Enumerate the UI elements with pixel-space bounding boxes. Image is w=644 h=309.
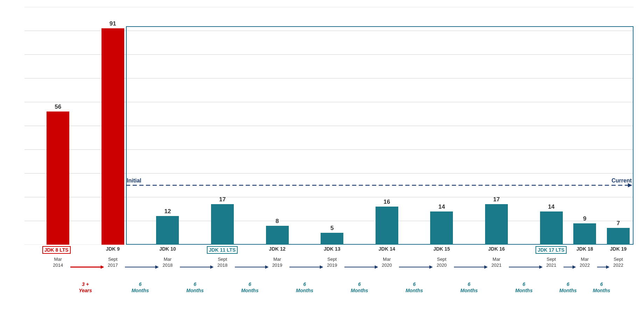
svg-marker-33 <box>320 265 323 269</box>
interval-label-10: 6Months <box>591 281 612 294</box>
bar-group-jdk17: 14 <box>540 203 563 245</box>
bar-rect-jdk19 <box>607 228 630 245</box>
bar-group-jdk13: 5 <box>321 225 343 245</box>
bar-value-jdk17: 14 <box>548 203 555 210</box>
bar-group-jdk16: 17 <box>485 196 508 245</box>
svg-marker-27 <box>155 265 159 269</box>
jdk-label-jdk13: JDK 13 <box>313 246 351 252</box>
jdk-label-jdk11: JDK 11 LTS <box>207 246 238 254</box>
bar-group-jdk9: 91 <box>102 20 124 245</box>
interval-label-0: 3 +Years <box>75 281 96 294</box>
interval-label-4: 6Months <box>294 281 315 294</box>
bar-rect-jdk10 <box>156 216 179 245</box>
svg-marker-37 <box>429 265 433 269</box>
bar-value-jdk9: 91 <box>110 20 116 27</box>
arrow-1 <box>125 264 159 271</box>
date-label-jdk9: Sept2017 <box>100 257 125 268</box>
bar-value-jdk16: 17 <box>493 196 500 203</box>
bar-rect-jdk12 <box>266 226 289 245</box>
bar-group-jdk10: 12 <box>156 208 179 245</box>
bar-rect-jdk17 <box>540 211 563 245</box>
bar-value-jdk12: 8 <box>275 218 279 225</box>
bars-area: 56911217851614171497 <box>24 7 634 245</box>
arrow-2 <box>180 264 214 271</box>
bar-group-jdk11: 17 <box>211 196 234 245</box>
bar-rect-jdk18 <box>573 223 596 245</box>
date-label-jdk12: Mar2019 <box>265 257 289 268</box>
arrow-6 <box>399 264 433 271</box>
arrow-3 <box>235 264 269 271</box>
interval-label-8: 6Months <box>513 281 534 294</box>
arrow-8 <box>509 264 543 271</box>
date-label-jdk18: Mar2022 <box>573 257 597 268</box>
jdk-label-jdk14: JDK 14 <box>368 246 406 252</box>
initial-label: Initial <box>127 178 141 184</box>
date-label-jdk17: Sept2021 <box>539 257 564 268</box>
svg-marker-41 <box>539 265 542 269</box>
jdk-label-jdk18: JDK 18 <box>566 246 604 252</box>
bar-value-jdk13: 5 <box>330 225 334 232</box>
bar-value-jdk19: 7 <box>617 220 620 227</box>
bar-value-jdk8: 56 <box>55 103 61 110</box>
bar-value-jdk10: 12 <box>164 208 171 215</box>
bar-rect-jdk15 <box>430 211 453 245</box>
bar-rect-jdk13 <box>321 233 343 245</box>
svg-marker-31 <box>265 265 268 269</box>
svg-marker-29 <box>210 265 214 269</box>
svg-marker-25 <box>100 265 104 269</box>
svg-marker-43 <box>573 265 576 269</box>
arrow-9 <box>564 264 576 271</box>
chart-area: 0102030405060708090100 56911217851614171… <box>24 7 634 245</box>
jdk-label-jdk15: JDK 15 <box>422 246 461 252</box>
bar-value-jdk15: 14 <box>438 203 445 210</box>
date-label-jdk10: Mar2018 <box>155 257 180 268</box>
arrow-4 <box>289 264 323 271</box>
jdk-label-jdk10: JDK 10 <box>148 246 187 252</box>
interval-label-9: 6Months <box>558 281 579 294</box>
svg-marker-45 <box>606 265 609 269</box>
date-label-jdk16: Mar2021 <box>484 257 509 268</box>
bottom-labels: JDK 8 LTSMar2014JDK 9Sept2017JDK 10Mar20… <box>24 246 634 309</box>
bar-group-jdk15: 14 <box>430 203 453 245</box>
bar-value-jdk18: 9 <box>583 215 586 222</box>
arrow-5 <box>344 264 378 271</box>
bar-value-jdk14: 16 <box>384 199 390 206</box>
bar-rect-jdk11 <box>211 204 234 245</box>
date-label-jdk19: Sept2022 <box>606 257 631 268</box>
jdk-label-jdk8: JDK 8 LTS <box>42 246 71 254</box>
jdk-label-jdk12: JDK 12 <box>258 246 296 252</box>
bar-group-jdk14: 16 <box>376 199 398 245</box>
arrow-10 <box>597 264 610 271</box>
interval-label-1: 6Months <box>130 281 151 294</box>
bar-group-jdk8: 56 <box>47 103 69 245</box>
date-label-jdk13: Sept2019 <box>320 257 344 268</box>
svg-marker-39 <box>484 265 488 269</box>
jdk-label-jdk17: JDK 17 LTS <box>536 246 567 254</box>
svg-marker-35 <box>374 265 378 269</box>
jdk-label-jdk19: JDK 19 <box>599 246 638 252</box>
bar-rect-jdk16 <box>485 204 508 245</box>
bar-group-jdk19: 7 <box>607 220 630 245</box>
date-label-jdk11: Sept2018 <box>210 257 235 268</box>
bar-group-jdk12: 8 <box>266 218 289 245</box>
date-label-jdk8: Mar2014 <box>46 257 70 268</box>
interval-label-2: 6Months <box>184 281 205 294</box>
bar-rect-jdk8 <box>47 112 69 245</box>
jdk-label-jdk16: JDK 16 <box>477 246 516 252</box>
bar-value-jdk11: 17 <box>219 196 226 203</box>
interval-label-3: 6Months <box>239 281 260 294</box>
chart-container: 0102030405060708090100 56911217851614171… <box>0 0 644 309</box>
date-label-jdk15: Sept2020 <box>429 257 454 268</box>
arrow-0 <box>70 264 104 271</box>
arrow-7 <box>454 264 488 271</box>
interval-label-5: 6Months <box>349 281 370 294</box>
current-label: Current <box>611 178 632 184</box>
date-label-jdk14: Mar2020 <box>374 257 399 268</box>
interval-label-6: 6Months <box>404 281 425 294</box>
bar-group-jdk18: 9 <box>573 215 596 245</box>
interval-label-7: 6Months <box>458 281 479 294</box>
jdk-label-jdk9: JDK 9 <box>93 246 132 252</box>
bar-rect-jdk14 <box>376 207 398 245</box>
bar-rect-jdk9 <box>102 28 124 245</box>
